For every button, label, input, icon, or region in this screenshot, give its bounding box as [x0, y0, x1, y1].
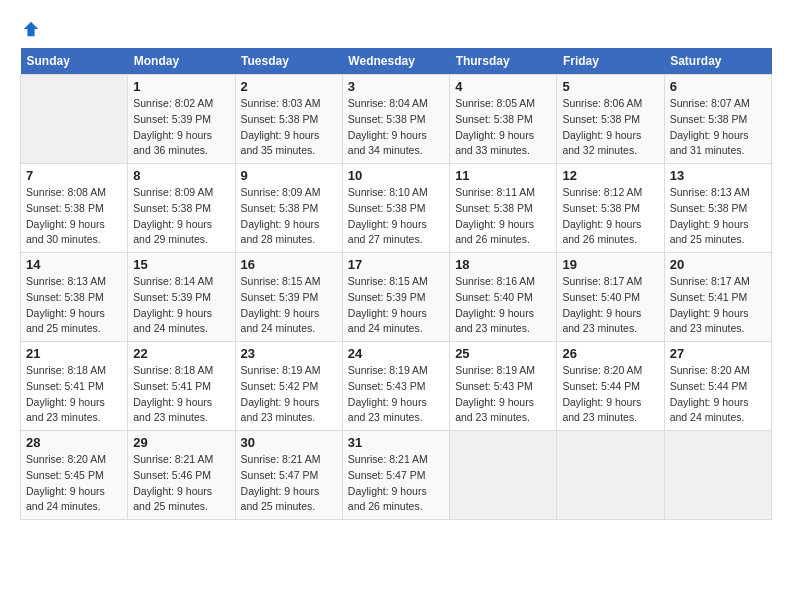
calendar-week-row: 21 Sunrise: 8:18 AM Sunset: 5:41 PM Dayl…	[21, 342, 772, 431]
sunrise-text: Sunrise: 8:18 AM	[133, 364, 213, 376]
day-number: 20	[670, 257, 766, 272]
calendar-cell: 9 Sunrise: 8:09 AM Sunset: 5:38 PM Dayli…	[235, 164, 342, 253]
daylight-text: Daylight: 9 hours and 31 minutes.	[670, 129, 749, 157]
sunrise-text: Sunrise: 8:07 AM	[670, 97, 750, 109]
day-number: 30	[241, 435, 337, 450]
sunset-text: Sunset: 5:38 PM	[241, 202, 319, 214]
sunset-text: Sunset: 5:39 PM	[133, 291, 211, 303]
daylight-text: Daylight: 9 hours and 23 minutes.	[562, 396, 641, 424]
daylight-text: Daylight: 9 hours and 33 minutes.	[455, 129, 534, 157]
sunrise-text: Sunrise: 8:14 AM	[133, 275, 213, 287]
logo-icon	[22, 20, 40, 38]
calendar-week-row: 14 Sunrise: 8:13 AM Sunset: 5:38 PM Dayl…	[21, 253, 772, 342]
day-number: 25	[455, 346, 551, 361]
day-number: 13	[670, 168, 766, 183]
sunset-text: Sunset: 5:38 PM	[26, 291, 104, 303]
sunrise-text: Sunrise: 8:20 AM	[670, 364, 750, 376]
daylight-text: Daylight: 9 hours and 23 minutes.	[348, 396, 427, 424]
day-header-thursday: Thursday	[450, 48, 557, 75]
calendar-cell: 27 Sunrise: 8:20 AM Sunset: 5:44 PM Dayl…	[664, 342, 771, 431]
day-number: 12	[562, 168, 658, 183]
sunrise-text: Sunrise: 8:09 AM	[133, 186, 213, 198]
sunrise-text: Sunrise: 8:08 AM	[26, 186, 106, 198]
calendar-cell: 19 Sunrise: 8:17 AM Sunset: 5:40 PM Dayl…	[557, 253, 664, 342]
daylight-text: Daylight: 9 hours and 30 minutes.	[26, 218, 105, 246]
svg-marker-0	[24, 22, 38, 36]
calendar-cell: 20 Sunrise: 8:17 AM Sunset: 5:41 PM Dayl…	[664, 253, 771, 342]
sunrise-text: Sunrise: 8:05 AM	[455, 97, 535, 109]
calendar-week-row: 7 Sunrise: 8:08 AM Sunset: 5:38 PM Dayli…	[21, 164, 772, 253]
sunset-text: Sunset: 5:39 PM	[241, 291, 319, 303]
daylight-text: Daylight: 9 hours and 24 minutes.	[348, 307, 427, 335]
sunrise-text: Sunrise: 8:13 AM	[26, 275, 106, 287]
day-number: 2	[241, 79, 337, 94]
daylight-text: Daylight: 9 hours and 26 minutes.	[348, 485, 427, 513]
sunrise-text: Sunrise: 8:19 AM	[241, 364, 321, 376]
daylight-text: Daylight: 9 hours and 23 minutes.	[26, 396, 105, 424]
sunrise-text: Sunrise: 8:12 AM	[562, 186, 642, 198]
calendar-cell: 18 Sunrise: 8:16 AM Sunset: 5:40 PM Dayl…	[450, 253, 557, 342]
sunrise-text: Sunrise: 8:20 AM	[562, 364, 642, 376]
day-header-tuesday: Tuesday	[235, 48, 342, 75]
calendar-cell	[450, 431, 557, 520]
day-number: 11	[455, 168, 551, 183]
sunrise-text: Sunrise: 8:18 AM	[26, 364, 106, 376]
sunset-text: Sunset: 5:42 PM	[241, 380, 319, 392]
day-number: 17	[348, 257, 444, 272]
day-number: 5	[562, 79, 658, 94]
daylight-text: Daylight: 9 hours and 25 minutes.	[670, 218, 749, 246]
calendar-week-row: 28 Sunrise: 8:20 AM Sunset: 5:45 PM Dayl…	[21, 431, 772, 520]
sunrise-text: Sunrise: 8:21 AM	[348, 453, 428, 465]
sunset-text: Sunset: 5:45 PM	[26, 469, 104, 481]
day-number: 3	[348, 79, 444, 94]
daylight-text: Daylight: 9 hours and 24 minutes.	[133, 307, 212, 335]
sunset-text: Sunset: 5:38 PM	[348, 113, 426, 125]
sunset-text: Sunset: 5:38 PM	[133, 202, 211, 214]
calendar-cell	[664, 431, 771, 520]
calendar-cell: 14 Sunrise: 8:13 AM Sunset: 5:38 PM Dayl…	[21, 253, 128, 342]
sunset-text: Sunset: 5:38 PM	[348, 202, 426, 214]
daylight-text: Daylight: 9 hours and 25 minutes.	[133, 485, 212, 513]
sunrise-text: Sunrise: 8:13 AM	[670, 186, 750, 198]
calendar-cell: 3 Sunrise: 8:04 AM Sunset: 5:38 PM Dayli…	[342, 75, 449, 164]
daylight-text: Daylight: 9 hours and 34 minutes.	[348, 129, 427, 157]
daylight-text: Daylight: 9 hours and 27 minutes.	[348, 218, 427, 246]
day-header-wednesday: Wednesday	[342, 48, 449, 75]
calendar-cell: 21 Sunrise: 8:18 AM Sunset: 5:41 PM Dayl…	[21, 342, 128, 431]
sunset-text: Sunset: 5:43 PM	[348, 380, 426, 392]
calendar-cell: 25 Sunrise: 8:19 AM Sunset: 5:43 PM Dayl…	[450, 342, 557, 431]
daylight-text: Daylight: 9 hours and 32 minutes.	[562, 129, 641, 157]
daylight-text: Daylight: 9 hours and 24 minutes.	[26, 485, 105, 513]
sunset-text: Sunset: 5:39 PM	[133, 113, 211, 125]
calendar-cell: 5 Sunrise: 8:06 AM Sunset: 5:38 PM Dayli…	[557, 75, 664, 164]
day-number: 14	[26, 257, 122, 272]
day-number: 26	[562, 346, 658, 361]
day-number: 15	[133, 257, 229, 272]
daylight-text: Daylight: 9 hours and 29 minutes.	[133, 218, 212, 246]
sunrise-text: Sunrise: 8:21 AM	[241, 453, 321, 465]
day-number: 10	[348, 168, 444, 183]
day-number: 7	[26, 168, 122, 183]
sunset-text: Sunset: 5:47 PM	[241, 469, 319, 481]
day-number: 1	[133, 79, 229, 94]
calendar-cell: 22 Sunrise: 8:18 AM Sunset: 5:41 PM Dayl…	[128, 342, 235, 431]
calendar-cell: 7 Sunrise: 8:08 AM Sunset: 5:38 PM Dayli…	[21, 164, 128, 253]
sunset-text: Sunset: 5:38 PM	[241, 113, 319, 125]
sunrise-text: Sunrise: 8:17 AM	[562, 275, 642, 287]
day-header-monday: Monday	[128, 48, 235, 75]
sunset-text: Sunset: 5:44 PM	[562, 380, 640, 392]
calendar-cell: 8 Sunrise: 8:09 AM Sunset: 5:38 PM Dayli…	[128, 164, 235, 253]
daylight-text: Daylight: 9 hours and 23 minutes.	[133, 396, 212, 424]
day-number: 19	[562, 257, 658, 272]
sunset-text: Sunset: 5:38 PM	[562, 202, 640, 214]
sunset-text: Sunset: 5:38 PM	[455, 202, 533, 214]
daylight-text: Daylight: 9 hours and 35 minutes.	[241, 129, 320, 157]
daylight-text: Daylight: 9 hours and 25 minutes.	[26, 307, 105, 335]
daylight-text: Daylight: 9 hours and 23 minutes.	[670, 307, 749, 335]
daylight-text: Daylight: 9 hours and 26 minutes.	[562, 218, 641, 246]
calendar-cell: 24 Sunrise: 8:19 AM Sunset: 5:43 PM Dayl…	[342, 342, 449, 431]
sunset-text: Sunset: 5:43 PM	[455, 380, 533, 392]
day-number: 18	[455, 257, 551, 272]
day-number: 29	[133, 435, 229, 450]
sunrise-text: Sunrise: 8:16 AM	[455, 275, 535, 287]
